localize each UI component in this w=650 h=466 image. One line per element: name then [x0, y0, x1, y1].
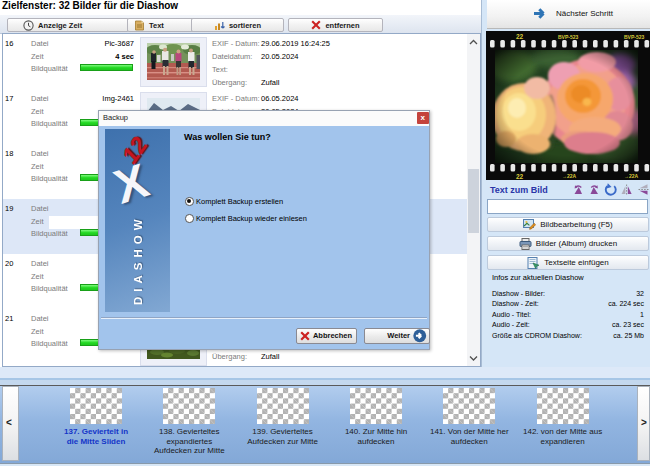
svg-text:22: 22: [516, 173, 524, 180]
svg-text:BVP-523: BVP-523: [558, 34, 579, 40]
svg-text:22: 22: [516, 33, 524, 40]
svg-text:→22A: →22A: [562, 173, 577, 179]
svg-text:→22A: →22A: [624, 173, 639, 179]
svg-text:BVP-523: BVP-523: [624, 34, 645, 40]
